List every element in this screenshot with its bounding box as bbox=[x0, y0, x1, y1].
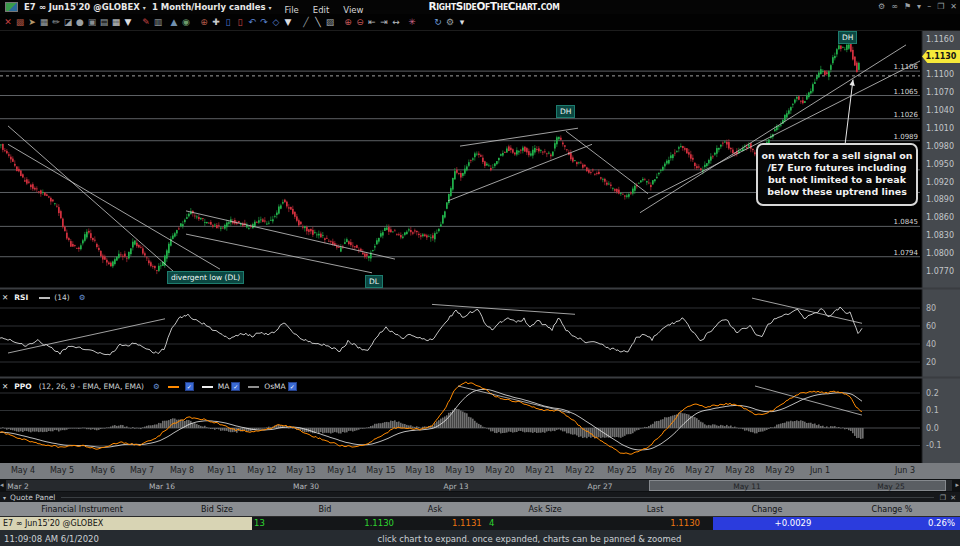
maximize-icon[interactable]: ❐ bbox=[937, 0, 944, 14]
volume-bars-icon[interactable]: ▥ bbox=[152, 14, 164, 30]
date-label: May 7 bbox=[130, 466, 154, 475]
timeframe-caret-icon[interactable]: ▾ bbox=[269, 4, 272, 11]
svg-text:1.0860: 1.0860 bbox=[926, 213, 954, 222]
svg-text:1.0845: 1.0845 bbox=[894, 218, 919, 226]
date-label: Jun 1 bbox=[810, 466, 830, 475]
column-header-bid[interactable]: Bid bbox=[319, 505, 332, 514]
close-icon[interactable]: ✕ bbox=[950, 0, 957, 14]
rsi-settings-icon[interactable]: ⚙ bbox=[79, 293, 86, 302]
svg-text:1.0980: 1.0980 bbox=[926, 142, 954, 151]
scroll-range-label: Mar 30 bbox=[293, 482, 319, 491]
svg-text:60: 60 bbox=[926, 322, 936, 331]
rsi-line-sample bbox=[39, 297, 50, 299]
date-label: May 29 bbox=[765, 466, 794, 475]
column-header-last[interactable]: Last bbox=[647, 505, 664, 514]
stamp-icon[interactable]: ✏ bbox=[50, 14, 62, 30]
zoom-end-icon[interactable]: ⇥ bbox=[378, 14, 390, 30]
scroll-range-label: Apr 13 bbox=[444, 482, 469, 491]
remove-icon[interactable]: ✕ bbox=[2, 14, 14, 30]
column-header-ask-size[interactable]: Ask Size bbox=[528, 505, 561, 514]
column-header-change-[interactable]: Change % bbox=[872, 505, 913, 514]
date-label: May 12 bbox=[247, 466, 276, 475]
globe-icon[interactable]: ◉ bbox=[180, 14, 192, 30]
quote-panel-collapse-icon[interactable]: ▾ bbox=[3, 494, 6, 501]
layout-grid-icon[interactable]: ▦ bbox=[110, 14, 122, 30]
ppo-legend-checkbox[interactable]: ✓ bbox=[185, 382, 194, 391]
timeframe-button[interactable]: 1 Month/Hourly candles bbox=[152, 2, 266, 12]
scroll-left-icon[interactable]: ◂ bbox=[0, 479, 4, 492]
grid-dots-icon[interactable]: ▩ bbox=[14, 14, 26, 30]
note-blue-icon[interactable]: ▯ bbox=[222, 14, 234, 30]
pin-icon[interactable]: ⚑ bbox=[904, 0, 911, 14]
refresh-icon[interactable]: ↻ bbox=[432, 14, 444, 30]
scroll-right-icon[interactable]: ▸ bbox=[955, 479, 959, 492]
crosshair-icon[interactable]: ✚ bbox=[210, 14, 222, 30]
circle-icon[interactable]: ● bbox=[74, 14, 86, 30]
ppo-legend-checkbox[interactable]: ✓ bbox=[231, 382, 240, 391]
app-icon bbox=[5, 2, 18, 12]
svg-text:1.0794: 1.0794 bbox=[894, 249, 919, 257]
ask-cell: 1.1131 bbox=[452, 517, 482, 530]
eraser-icon[interactable]: ◪ bbox=[62, 14, 74, 30]
rsi-label: RSI bbox=[14, 293, 28, 302]
date-label: May 18 bbox=[405, 466, 434, 475]
date-label: May 22 bbox=[565, 466, 594, 475]
ppo-settings-icon[interactable]: ⚙ bbox=[153, 382, 160, 391]
note-red-icon[interactable]: ▯ bbox=[234, 14, 246, 30]
panel-restore-icon[interactable]: ❐ bbox=[940, 494, 946, 502]
settings-gear-icon[interactable]: ⚙ bbox=[878, 0, 885, 14]
cursor-icon[interactable]: ➤ bbox=[26, 14, 38, 30]
undo-icon[interactable]: ↶ bbox=[246, 14, 258, 30]
ppo-legend-checkbox[interactable]: ✓ bbox=[288, 382, 297, 391]
pin-caret-icon[interactable]: ▾ bbox=[917, 0, 921, 14]
column-header-bid-size[interactable]: Bid Size bbox=[201, 505, 233, 514]
toolbar-gap bbox=[418, 22, 432, 23]
date-axis[interactable]: May 4May 5May 6May 7May 8May 11May 12May… bbox=[0, 463, 960, 479]
column-header-change[interactable]: Change bbox=[752, 505, 783, 514]
bid-cell: 1.1130 bbox=[324, 517, 394, 530]
link-icon[interactable]: ∞ bbox=[891, 0, 898, 14]
svg-text:20: 20 bbox=[926, 358, 936, 367]
svg-text:1.0989: 1.0989 bbox=[894, 133, 919, 141]
chart-style-caret-icon[interactable]: ▼ bbox=[122, 14, 134, 30]
ppo-close-icon[interactable]: ✕ bbox=[2, 382, 8, 391]
symbol-caret-icon[interactable]: ▾ bbox=[143, 4, 146, 11]
date-label: May 15 bbox=[366, 466, 395, 475]
snapshot-icon[interactable]: ▣ bbox=[86, 14, 98, 30]
chart-settings-icon[interactable]: ⚙ bbox=[444, 14, 456, 30]
svg-text:1.1040: 1.1040 bbox=[926, 106, 954, 115]
instrument-cell[interactable]: E7 ∞ Jun15'20 @GLOBEX bbox=[0, 517, 252, 530]
ppo-legend-label: MA bbox=[218, 382, 230, 391]
pan-icon[interactable]: ↔ bbox=[390, 14, 402, 30]
marker-icon[interactable]: ✳ bbox=[406, 14, 418, 30]
status-hint: click chart to expand. once expanded, ch… bbox=[99, 534, 960, 544]
redo-icon[interactable]: ↷ bbox=[258, 14, 270, 30]
menu-bar: FileEditView bbox=[278, 0, 371, 17]
rsi-close-icon[interactable]: ✕ bbox=[2, 293, 8, 302]
panel-close-icon[interactable]: ✕ bbox=[950, 494, 956, 502]
chart-svg[interactable]: 1.11061.10651.10261.09891.09401.09021.08… bbox=[0, 31, 960, 463]
svg-text:1.1010: 1.1010 bbox=[926, 124, 954, 133]
chart-scrollbar[interactable]: ◂ ▸ Mar 2Mar 16Mar 30Apr 13Apr 27May 11M… bbox=[0, 479, 960, 492]
column-header-financial-instrument[interactable]: Financial Instrument bbox=[41, 505, 123, 514]
svg-text:0.2: 0.2 bbox=[926, 389, 939, 398]
target-icon[interactable]: ⊕ bbox=[198, 14, 210, 30]
menu-view[interactable]: View bbox=[343, 5, 363, 15]
date-label: May 21 bbox=[525, 466, 554, 475]
chart-style-icon[interactable]: ▤ bbox=[98, 14, 110, 30]
draw-pencil-icon[interactable]: ✎ bbox=[140, 14, 152, 30]
area-chart-icon[interactable]: ▲ bbox=[168, 14, 180, 30]
quote-table-row: E7 ∞ Jun15'20 @GLOBEX 13 1.1130 1.1131 4… bbox=[0, 517, 960, 530]
menu-edit[interactable]: Edit bbox=[313, 5, 329, 15]
scroll-range-label: Apr 27 bbox=[588, 482, 613, 491]
table-icon[interactable]: ▦ bbox=[38, 14, 50, 30]
minimize-icon[interactable]: – bbox=[927, 0, 931, 14]
ppo-legend: ✓MA✓OsMA✓ bbox=[164, 382, 301, 391]
menu-file[interactable]: File bbox=[285, 5, 299, 15]
column-header-ask[interactable]: Ask bbox=[428, 505, 442, 514]
svg-text:0.1: 0.1 bbox=[926, 406, 939, 415]
chart-area[interactable]: 1.11061.10651.10261.09891.09401.09021.08… bbox=[0, 31, 960, 463]
site-logo: RightSideOfTheChart.com bbox=[429, 0, 560, 14]
settings-caret-icon[interactable]: ▾ bbox=[456, 14, 468, 30]
symbol-button[interactable]: E7 ∞ Jun15'20 @GLOBEX bbox=[24, 2, 140, 12]
